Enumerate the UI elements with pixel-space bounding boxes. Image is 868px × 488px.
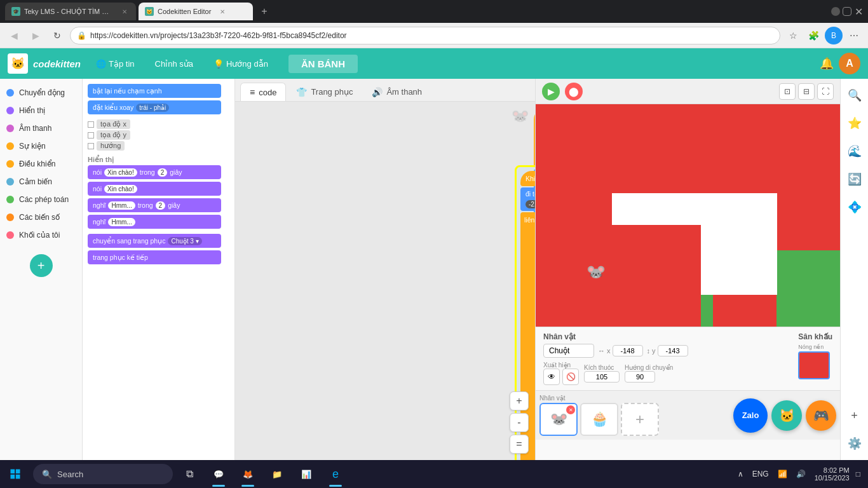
hide-button[interactable]: 🚫 [562,369,579,385]
block-when-click[interactable]: Khi bấm vào 🚩 [520,171,535,186]
user-avatar[interactable]: A [839,53,860,74]
taskbar-clock[interactable]: 8:02 PM 10/15/2023 [815,466,850,482]
taskbar-lang[interactable]: ENG [750,468,771,480]
block-think[interactable]: nghĩ Hmm... [88,215,221,229]
stop-button[interactable]: ⬤ [565,83,583,100]
tab-editor[interactable]: 🐱 Codekitten Editor ✕ [139,3,253,20]
sidebar-favorites-icon[interactable]: ⭐ [843,112,866,135]
block-bounce[interactable]: bật lại nếu chạm cạnh [88,84,221,98]
zoom-out-button[interactable]: - [510,413,529,432]
taskbar-chevron[interactable]: ∧ [735,468,746,480]
run-button[interactable]: ▶ [542,83,560,100]
sidebar-history-icon[interactable]: 🔄 [843,168,866,191]
zoom-in-button[interactable]: + [510,391,529,410]
nav-taptin[interactable]: 🌐 Tập tin [91,57,140,71]
code-canvas[interactable]: khi bấm phím mũi tên xuống ▾ thay đổi y … [235,102,535,460]
sidebar-collections-icon[interactable]: 💠 [843,196,866,219]
sprite-thumb-cake[interactable]: 🧁 [580,403,618,436]
taskbar-app-explorer[interactable]: 📁 [263,460,291,488]
delete-sprite-button[interactable]: ✕ [566,405,575,414]
game-character-button[interactable]: 🎮 [806,400,836,431]
taskbar-search[interactable]: 🔍 Search [33,464,173,484]
notification-bell[interactable]: 🔔 [820,57,834,71]
back-button[interactable]: ◀ [5,27,23,44]
think-timed-arg3[interactable]: 2 [156,201,166,210]
nav-chinhsua[interactable]: Chỉnh sửa [150,57,198,71]
taskbar-notifications[interactable]: □ [853,468,863,480]
nav-huongdan[interactable]: 💡 Hướng dẫn [208,57,273,71]
stage-normal-button[interactable]: ⊟ [798,83,815,100]
more-button[interactable]: ⋯ [845,27,863,44]
tab-costume[interactable]: 👕 Trang phục [287,83,362,101]
stage-small-button[interactable]: ⊡ [779,83,796,100]
start-button[interactable] [0,460,31,488]
taskbar-app-excel[interactable]: 📊 [292,460,320,488]
category-myblocks[interactable]: Khối của tôi [0,226,82,244]
chat-character-button[interactable]: 🐱 [771,400,802,431]
category-sensing[interactable]: Cảm biến [0,173,82,191]
extensions-button[interactable]: 🧩 [804,27,822,44]
block-if-color[interactable]: nếu đang chạm màu ? thì [533,226,535,426]
say-timed-arg1[interactable]: Xin chào! [104,168,137,177]
category-motion[interactable]: Chuyển động [0,84,82,102]
maximize-button[interactable] [843,7,851,16]
category-variables[interactable]: Các biến số [0,208,82,226]
say-timed-arg3[interactable]: 2 [158,168,168,177]
tab-lms-close[interactable]: ✕ [119,6,130,17]
y-coord-value[interactable]: -143 [658,345,688,356]
tab-sound[interactable]: 🔊 Âm thanh [363,83,431,101]
stage-thumbnail[interactable] [798,351,830,379]
category-looks[interactable]: Hiển thị [0,102,82,119]
sidebar-search-icon[interactable]: 🔍 [843,84,866,107]
stage-fullscreen-button[interactable]: ⛶ [817,83,834,100]
y-checkbox[interactable] [88,132,94,139]
add-sprite-button[interactable]: + [621,403,659,436]
taskbar-volume[interactable]: 🔊 [794,468,808,480]
costume-dropdown[interactable]: Chuột 3 ▾ [168,237,201,245]
block-if-sprite[interactable]: nếu đang chạm Bánh cupcake ▾ ? thì [533,427,535,460]
add-extension-button[interactable]: + [30,254,53,277]
taskbar-wifi[interactable]: 📶 [775,468,790,480]
think-timed-arg1[interactable]: Hmm... [108,201,135,210]
block-say-timed[interactable]: nói Xin chào! trong 2 giây [88,165,221,179]
tab-code[interactable]: ≡ code [240,83,286,101]
goto1-x[interactable]: -218 [526,200,535,208]
show-button[interactable]: 👁 [543,369,560,385]
sidebar-add-icon[interactable]: + [843,404,866,427]
sidebar-settings-icon[interactable]: ⚙️ [843,432,866,455]
category-operators[interactable]: Các phép toán [0,191,82,208]
block-next-costume[interactable]: trang phục kế tiếp [88,250,221,264]
category-events[interactable]: Sự kiện [0,137,82,155]
taskbar-app-fox[interactable]: 🦊 [234,460,262,488]
block-switch-costume[interactable]: chuyển sang trang phục Chuột 3 ▾ [88,234,221,248]
rotation-dropdown[interactable]: trái - phải [136,104,169,112]
sprite-name-input[interactable] [543,344,594,358]
x-coord-value[interactable]: -148 [613,345,643,356]
category-control[interactable]: Điều khiển [0,155,82,173]
tab-lms[interactable]: 🎓 Teky LMS - CHUỘT TÌM BÁNH ✕ [5,3,136,20]
taskbar-app-edge[interactable]: e [322,460,349,488]
minimize-button[interactable] [831,7,840,16]
new-tab-button[interactable]: + [255,3,273,20]
think-arg1[interactable]: Hmm... [108,218,135,226]
sidebar-browser-icon[interactable]: 🌊 [843,140,866,163]
taskbar-app-chat[interactable]: 💬 [205,460,233,488]
block-when-key[interactable]: khi bấm phím mũi tên xuống ▾ [534,108,535,168]
profile-button[interactable]: B [825,27,843,44]
zalo-button[interactable]: Zalo [733,398,768,433]
app-logo[interactable]: 🐱 codekitten [8,53,81,74]
url-bar[interactable]: 🔒 https://codekitten.vn/projects/13a23b3… [70,27,780,44]
say-arg1[interactable]: Xin chào! [104,185,137,193]
dir-checkbox[interactable] [88,143,94,149]
task-view-button[interactable]: ⧉ [175,460,203,488]
bookmark-star-button[interactable]: ☆ [784,27,802,44]
tab-editor-close[interactable]: ✕ [217,6,227,17]
sprite-thumb-mouse[interactable]: 🐭 ✕ [539,403,578,436]
x-checkbox[interactable] [88,121,94,128]
refresh-button[interactable]: ↻ [48,27,66,44]
block-set-rotation[interactable]: đặt kiểu xoay trái - phải [88,100,221,114]
block-say[interactable]: nói Xin chào! [88,182,221,196]
block-goto-1[interactable]: đi tới điểm x: -218 y: -53 [520,187,535,211]
block-think-timed[interactable]: nghĩ Hmm... trong 2 giây [88,198,221,212]
forward-button[interactable]: ▶ [27,27,44,44]
